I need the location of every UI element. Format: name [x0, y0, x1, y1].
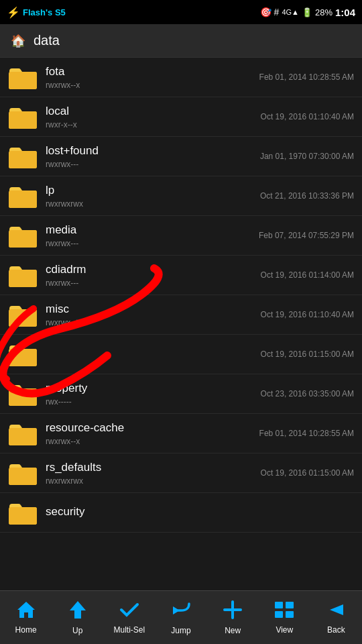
svg-marker-2 [173, 606, 180, 614]
file-date: Feb 01, 2014 10:28:55 AM [259, 72, 354, 82]
svg-rect-8 [286, 611, 294, 618]
list-item[interactable]: security [0, 493, 362, 533]
list-item[interactable]: resource-cache rwxrwx--x Feb 01, 2014 10… [0, 414, 362, 453]
battery-percent: 28% [315, 7, 333, 17]
up-icon [68, 600, 87, 623]
folder-icon [8, 144, 38, 169]
file-date: Oct 19, 2016 01:14:00 AM [261, 270, 354, 280]
nav-item-new[interactable]: New [207, 600, 259, 635]
home-label: Home [15, 625, 37, 635]
file-date: Feb 07, 2014 07:55:29 PM [259, 231, 354, 240]
file-perms: rwxrwx--x [46, 80, 259, 90]
list-item[interactable]: rs_defaults rwxrwxrwx Oct 19, 2016 01:15… [0, 453, 362, 493]
file-date: Oct 19, 2016 01:15:00 AM [261, 468, 354, 478]
file-info: misc rwxrwx--t [46, 302, 261, 327]
file-name: cdiadrm [46, 262, 261, 277]
file-perms: rwxrwx--- [46, 278, 261, 288]
file-name: security [46, 504, 354, 519]
file-name: local [46, 104, 261, 119]
signal-icon: 4G▲ [282, 8, 299, 16]
file-info: rs_defaults rwxrwxrwx [46, 460, 261, 485]
file-perms: rwxr-x--x [46, 120, 261, 129]
up-label: Up [72, 626, 82, 635]
svg-rect-5 [275, 602, 283, 608]
file-name: fota [46, 64, 259, 79]
nav-item-up[interactable]: Up [52, 600, 103, 635]
file-info: resource-cache rwxrwx--x [46, 421, 259, 445]
list-item[interactable]: media rwxrwx--- Feb 07, 2014 07:55:29 PM [0, 216, 362, 256]
file-name: lp [46, 183, 260, 198]
folder-icon [8, 500, 38, 525]
file-name: rs_defaults [46, 460, 261, 475]
list-item[interactable]: lp rwxrwxrwx Oct 21, 2016 10:33:36 PM [0, 176, 362, 216]
file-info: local rwxr-x--x [46, 104, 261, 129]
file-date: Feb 01, 2014 10:28:55 AM [259, 429, 354, 438]
file-info: lp rwxrwxrwx [46, 183, 260, 208]
svg-rect-6 [286, 602, 294, 608]
file-info: cdiadrm rwxrwx--- [46, 262, 261, 287]
file-perms: rwxrwxrwx [46, 476, 261, 486]
lightning-icon: ⚡ [7, 6, 20, 19]
list-item[interactable]: cdiadrm rwxrwx--- Oct 19, 2016 01:14:00 … [0, 256, 362, 295]
folder-icon [8, 381, 38, 407]
file-info: fota rwxrwx--x [46, 64, 259, 89]
view-icon [274, 600, 295, 623]
list-item[interactable]: Oct 19, 2016 01:15:00 AM [0, 335, 362, 374]
file-date: Oct 19, 2016 01:10:40 AM [261, 112, 354, 121]
file-info: media rwxrwx--- [46, 223, 259, 248]
list-item[interactable]: fota rwxrwx--x Feb 01, 2014 10:28:55 AM [0, 58, 362, 97]
view-label: View [276, 625, 293, 635]
list-item[interactable]: lost+found rwxrwx--- Jan 01, 1970 07:30:… [0, 137, 362, 176]
file-perms: rwxrwx--- [46, 160, 260, 169]
file-name: resource-cache [46, 421, 259, 435]
file-perms: rwxrwx--x [46, 437, 259, 446]
multi-sel-icon [119, 600, 139, 623]
file-date: Oct 19, 2016 01:10:40 AM [261, 310, 354, 319]
jump-label: Jump [171, 626, 190, 635]
file-info: property rwx----- [46, 381, 261, 406]
folder-icon [8, 341, 38, 367]
home-icon-title: 🏠 [11, 34, 25, 48]
folder-icon [8, 421, 38, 446]
file-name: misc [46, 302, 261, 317]
battery-icon: 🔋 [302, 7, 312, 17]
folder-icon [8, 302, 38, 327]
file-info: security [46, 504, 354, 520]
file-list[interactable]: fota rwxrwx--x Feb 01, 2014 10:28:55 AM … [0, 58, 362, 590]
nav-item-view[interactable]: View [259, 600, 310, 635]
file-name: property [46, 381, 261, 396]
time: 1:04 [335, 7, 355, 18]
file-perms: rwxrwx--t [46, 318, 261, 327]
list-item[interactable]: misc rwxrwx--t Oct 19, 2016 01:10:40 AM [0, 295, 362, 335]
file-info: lost+found rwxrwx--- [46, 144, 260, 168]
folder-icon [8, 104, 38, 129]
file-perms: rwx----- [46, 397, 261, 407]
svg-marker-9 [330, 604, 343, 615]
title-bar: 🏠 data [0, 24, 362, 58]
file-info [46, 354, 261, 355]
list-item[interactable]: local rwxr-x--x Oct 19, 2016 01:10:40 AM [0, 97, 362, 137]
hash-icon: # [274, 7, 280, 17]
file-perms: rwxrwx--- [46, 239, 259, 248]
home-icon [16, 600, 36, 623]
file-date: Jan 01, 1970 07:30:00 AM [260, 152, 354, 161]
list-item[interactable]: property rwx----- Oct 23, 2016 03:35:00 … [0, 374, 362, 414]
page-title: data [34, 33, 60, 48]
bottom-nav: Home Up Multi-Sel Jump New [0, 590, 362, 644]
status-bar: ⚡ Flash's S5 🎯 # 4G▲ 🔋 28% 1:04 [0, 0, 362, 24]
new-label: New [225, 626, 241, 635]
file-name: media [46, 223, 259, 237]
file-perms: rwxrwxrwx [46, 199, 260, 209]
new-icon [223, 600, 243, 623]
folder-icon [8, 183, 38, 209]
svg-marker-0 [17, 602, 35, 618]
back-icon [326, 600, 346, 623]
folder-icon [8, 223, 38, 248]
folder-icon [8, 460, 38, 486]
svg-marker-1 [70, 601, 86, 619]
nav-item-jump[interactable]: Jump [155, 600, 206, 635]
nav-item-back[interactable]: Back [310, 600, 362, 635]
nav-item-multi-sel[interactable]: Multi-Sel [103, 600, 155, 635]
nav-item-home[interactable]: Home [0, 600, 52, 635]
folder-icon [8, 262, 38, 288]
